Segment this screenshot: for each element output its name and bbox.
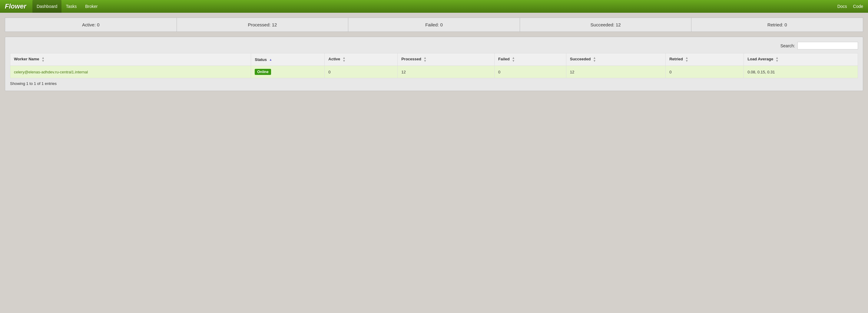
search-container: Search:: [10, 42, 858, 50]
search-label: Search:: [780, 44, 795, 48]
main-content: Search: Worker Name ▲ ▼ Status ▲: [5, 37, 863, 91]
brand-logo: Flower: [5, 2, 26, 10]
code-link[interactable]: Code: [853, 4, 863, 9]
col-failed[interactable]: Failed ▲ ▼: [495, 53, 566, 66]
sort-icon-failed: ▲ ▼: [512, 56, 515, 62]
nav-item-dashboard[interactable]: Dashboard: [32, 0, 62, 13]
col-worker-name[interactable]: Worker Name ▲ ▼: [10, 53, 251, 66]
stat-retried: Retried: 0: [691, 18, 863, 32]
col-processed[interactable]: Processed ▲ ▼: [398, 53, 495, 66]
sort-icon-status: ▲: [269, 58, 272, 61]
cell-status: Online: [251, 66, 325, 78]
status-badge: Online: [255, 69, 271, 75]
table-row: celery@elenas-adhdev.ru-central1.interna…: [10, 66, 858, 78]
cell-load-average: 0.08, 0.15, 0.31: [744, 66, 858, 78]
cell-processed: 12: [398, 66, 495, 78]
nav-item-broker[interactable]: Broker: [81, 0, 102, 13]
col-succeeded[interactable]: Succeeded ▲ ▼: [566, 53, 665, 66]
col-load-average[interactable]: Load Average ▲ ▼: [744, 53, 858, 66]
table-header-row: Worker Name ▲ ▼ Status ▲ Active ▲: [10, 53, 858, 66]
sort-icon-worker-name: ▲ ▼: [41, 56, 44, 62]
col-status[interactable]: Status ▲: [251, 53, 325, 66]
docs-link[interactable]: Docs: [837, 4, 847, 9]
nav-item-tasks[interactable]: Tasks: [61, 0, 81, 13]
worker-name-link[interactable]: celery@elenas-adhdev.ru-central1.interna…: [14, 70, 88, 74]
sort-icon-retried: ▲ ▼: [685, 56, 688, 62]
sort-icon-active: ▲ ▼: [343, 56, 346, 62]
navbar-right: Docs Code: [837, 4, 863, 9]
nav-links: Dashboard Tasks Broker: [32, 0, 837, 13]
cell-failed: 0: [495, 66, 566, 78]
stat-failed: Failed: 0: [348, 18, 520, 32]
cell-succeeded: 12: [566, 66, 665, 78]
stat-processed: Processed: 12: [177, 18, 349, 32]
cell-worker-name: celery@elenas-adhdev.ru-central1.interna…: [10, 66, 251, 78]
workers-table: Worker Name ▲ ▼ Status ▲ Active ▲: [10, 53, 858, 78]
sort-icon-processed: ▲ ▼: [424, 56, 427, 62]
navbar: Flower Dashboard Tasks Broker Docs Code: [0, 0, 868, 13]
sort-icon-load-average: ▲ ▼: [776, 56, 779, 62]
stat-active: Active: 0: [5, 18, 177, 32]
sort-icon-succeeded: ▲ ▼: [593, 56, 596, 62]
col-retried[interactable]: Retried ▲ ▼: [666, 53, 744, 66]
stats-bar: Active: 0 Processed: 12 Failed: 0 Succee…: [5, 18, 863, 32]
search-input[interactable]: [798, 42, 858, 50]
table-footer-text: Showing 1 to 1 of 1 entries: [10, 81, 858, 86]
cell-retried: 0: [666, 66, 744, 78]
stat-succeeded: Succeeded: 12: [520, 18, 692, 32]
col-active[interactable]: Active ▲ ▼: [325, 53, 398, 66]
cell-active: 0: [325, 66, 398, 78]
